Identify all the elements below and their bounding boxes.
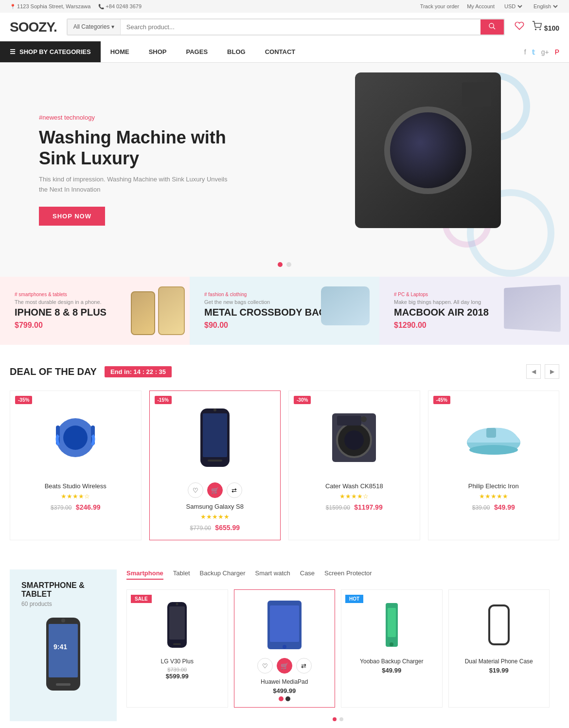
add-cart-btn-huawei[interactable]: 🛒 xyxy=(277,658,292,674)
smartphone-section: SMARTPHONE & TABLET 60 products 9:41 Sma… xyxy=(0,560,569,728)
slider-dot-1[interactable] xyxy=(333,717,337,721)
tab-screen-protector[interactable]: Screen Protector xyxy=(324,569,372,580)
svg-point-11 xyxy=(213,408,216,411)
twitter-icon[interactable]: 𝕥 xyxy=(532,48,535,56)
svg-point-0 xyxy=(489,23,494,28)
promo-banner-3[interactable]: # PC & Laptops Make big things happen. A… xyxy=(379,277,569,345)
nav-shop[interactable]: SHOP xyxy=(139,41,177,62)
slider-dot-2[interactable] xyxy=(339,717,343,721)
section-header: DEAL OF THE DAY End in: 14 : 22 : 35 ◀ ▶ xyxy=(10,364,559,379)
svg-rect-18 xyxy=(486,428,496,438)
product-card-beats: -35% Beats Studio Wireless ★★★★☆ $379.00… xyxy=(10,391,142,540)
cart-button[interactable]: $100 xyxy=(532,21,559,33)
svg-point-28 xyxy=(176,603,178,605)
promo-banner-2[interactable]: # fashion & clothing Get the new bags co… xyxy=(190,277,379,345)
top-bar-right: Track your order My Account USD EUR Engl… xyxy=(420,3,559,10)
product-slider-dots xyxy=(126,717,550,721)
search-input[interactable] xyxy=(121,19,480,35)
hero-description: This kind of impression. Washing Machine… xyxy=(39,175,233,195)
cat-product-price-case: $19.99 xyxy=(455,667,544,674)
address: 1123 Sophia Street, Warszawa xyxy=(10,3,90,9)
my-account-link[interactable]: My Account xyxy=(467,3,495,9)
search-button[interactable] xyxy=(480,19,504,35)
promo-banner-1[interactable]: # smartphones & tablets The most durable… xyxy=(0,277,190,345)
svg-rect-21 xyxy=(49,624,78,677)
svg-rect-33 xyxy=(388,608,396,637)
svg-rect-9 xyxy=(203,413,227,457)
cat-product-price-lg: $599.99 xyxy=(133,673,222,680)
hero-tag: #newest technology xyxy=(39,114,233,121)
track-order-link[interactable]: Track your order xyxy=(420,3,459,9)
svg-rect-10 xyxy=(208,460,222,462)
cat-product-yoobao: HOT Yoobao Backup Charger $49.99 xyxy=(341,589,443,708)
cat-product-name-huawei: Huawei MediaPad xyxy=(240,678,329,685)
color-dot-black[interactable] xyxy=(285,696,290,701)
svg-point-31 xyxy=(283,645,286,649)
search-category-dropdown[interactable]: All Categories ▾ xyxy=(68,19,121,35)
svg-point-34 xyxy=(390,642,393,646)
svg-point-23 xyxy=(61,619,65,622)
category-sidebar: SMARTPHONE & TABLET 60 products 9:41 xyxy=(10,569,117,721)
shop-now-button[interactable]: SHOP NOW xyxy=(39,207,105,226)
pin-icon xyxy=(10,3,16,9)
add-cart-btn-s8[interactable]: 🛒 xyxy=(207,482,223,498)
hero-dot-2[interactable] xyxy=(286,262,291,267)
nav-contact[interactable]: CONTACT xyxy=(255,41,305,62)
product-card-washer: -30% Cater Wash CK8518 ★★★★☆ $1599.00 $1… xyxy=(288,391,420,540)
googleplus-icon[interactable]: g+ xyxy=(541,48,549,56)
washing-machine-door xyxy=(384,107,472,194)
nav-links: HOME SHOP PAGES BLOG CONTACT xyxy=(101,41,305,62)
nav-home[interactable]: HOME xyxy=(101,41,139,62)
language-select[interactable]: English Polish xyxy=(532,3,559,10)
cat-product-name-yoobao: Yoobao Backup Charger xyxy=(347,658,436,665)
header: SOOZY. All Categories ▾ $100 xyxy=(0,13,569,41)
cart-amount: $100 xyxy=(544,24,559,32)
svg-rect-26 xyxy=(169,606,185,639)
product-name-washer: Cater Wash CK8518 xyxy=(297,482,412,490)
tab-backup-charger[interactable]: Backup Charger xyxy=(200,569,246,580)
cat-product-name-lg: LG V30 Plus xyxy=(133,658,222,665)
product-card-s8: -15% ♡ 🛒 ⇄ Samsung Galaxy S8 ★★★★★ $779.… xyxy=(149,391,281,540)
tab-smartphone[interactable]: Smartphone xyxy=(126,569,163,580)
compare-btn-huawei[interactable]: ⇄ xyxy=(296,658,312,674)
header-icons: $100 xyxy=(515,21,559,33)
facebook-icon[interactable]: f xyxy=(524,48,526,56)
hero-dot-1[interactable] xyxy=(278,262,283,267)
svg-point-19 xyxy=(469,445,518,455)
hero-slider-dots xyxy=(278,262,291,267)
top-bar-left: 1123 Sophia Street, Warszawa +84 0248 36… xyxy=(10,3,142,9)
svg-point-3 xyxy=(540,29,541,30)
cat-product-img-yoobao xyxy=(347,596,436,654)
svg-rect-15 xyxy=(337,416,361,426)
shop-by-categories[interactable]: ☰ SHOP BY CATEGORIES xyxy=(0,41,101,62)
cat-product-huawei: ♡ 🛒 ⇄ Huawei MediaPad $499.99 xyxy=(234,589,336,708)
cat-product-img-case xyxy=(455,596,544,654)
promo-image-2 xyxy=(321,286,374,345)
svg-line-1 xyxy=(493,27,495,29)
phone-icon xyxy=(98,3,104,9)
deal-of-day-section: DEAL OF THE DAY End in: 14 : 22 : 35 ◀ ▶… xyxy=(0,345,569,560)
wishlist-button[interactable] xyxy=(515,21,524,33)
currency-select[interactable]: USD EUR xyxy=(502,3,524,10)
hot-badge-yoobao: HOT xyxy=(345,595,363,603)
cat-product-img-huawei xyxy=(240,596,329,654)
nav-blog[interactable]: BLOG xyxy=(217,41,255,62)
deal-next-button[interactable]: ▶ xyxy=(545,364,559,379)
product-name-beats: Beats Studio Wireless xyxy=(18,482,133,490)
nav-pages[interactable]: PAGES xyxy=(177,41,218,62)
tab-smart-watch[interactable]: Smart watch xyxy=(255,569,290,580)
logo[interactable]: SOOZY. xyxy=(10,19,57,35)
compare-btn-s8[interactable]: ⇄ xyxy=(227,482,242,498)
tab-tablet[interactable]: Tablet xyxy=(173,569,190,580)
deal-nav-arrows: ◀ ▶ xyxy=(526,364,559,379)
wishlist-btn-huawei[interactable]: ♡ xyxy=(257,658,273,674)
deal-products-row: -35% Beats Studio Wireless ★★★★☆ $379.00… xyxy=(10,391,559,540)
product-stars-s8: ★★★★★ xyxy=(158,513,273,520)
pinterest-icon[interactable]: P xyxy=(555,48,559,56)
deal-prev-button[interactable]: ◀ xyxy=(526,364,541,379)
tab-case[interactable]: Case xyxy=(300,569,315,580)
color-options-huawei xyxy=(240,696,329,701)
promo-banners: # smartphones & tablets The most durable… xyxy=(0,277,569,345)
color-dot-red[interactable] xyxy=(279,696,284,701)
wishlist-btn-s8[interactable]: ♡ xyxy=(188,482,203,498)
